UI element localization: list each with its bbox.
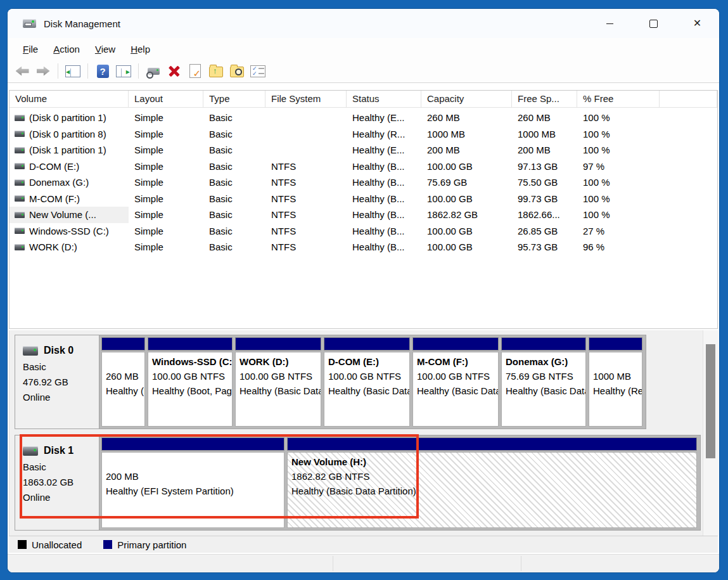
cell-type: Basic [203, 226, 265, 236]
minimize-button[interactable] [588, 9, 632, 38]
delete-volume-button[interactable] [166, 63, 182, 79]
partition-title: New Volume (H:) [291, 454, 696, 469]
volume-table-row[interactable]: M-COM (F:) Simple Basic NTFS Healthy (B.… [10, 191, 717, 207]
close-button[interactable]: ✕ [675, 9, 719, 38]
back-button[interactable] [14, 63, 30, 79]
volume-table-row[interactable]: New Volume (... Simple Basic NTFS Health… [10, 207, 717, 223]
partition-body: 260 MB Healthy (EFI System Partition) [101, 352, 145, 427]
delete-x-icon [169, 65, 180, 77]
volume-name: Donemax (G:) [29, 177, 89, 188]
partition[interactable]: 260 MB Healthy (EFI System Partition) [101, 337, 145, 427]
column-header-pct-free[interactable]: % Free [577, 91, 660, 107]
column-header-free-space[interactable]: Free Sp... [512, 91, 577, 107]
volume-name: (Disk 0 partition 8) [29, 129, 106, 139]
partition-body: M-COM (F:) 100.00 GB NTFS Healthy (Basic… [412, 352, 499, 427]
scrollbar-thumb[interactable] [706, 344, 715, 458]
column-header-volume[interactable]: Volume [10, 91, 129, 107]
volume-table-row[interactable]: (Disk 0 partition 8) Simple Basic Health… [10, 126, 717, 143]
volume-table-row[interactable]: D-COM (E:) Simple Basic NTFS Healthy (B.… [10, 158, 717, 175]
status-bar-divider [333, 556, 333, 571]
volume-list-header: Volume Layout Type File System Status Ca… [10, 91, 717, 108]
partition-type-band [101, 337, 145, 351]
disk-name: Disk 1 [44, 443, 73, 458]
volume-table-row[interactable]: Donemax (G:) Simple Basic NTFS Healthy (… [10, 174, 717, 191]
column-header-status[interactable]: Status [347, 91, 421, 107]
partition-body: Windows-SSD (C:) 100.00 GB NTFS Healthy … [148, 352, 233, 427]
cell-pct-free: 100 % [577, 129, 660, 139]
column-header-capacity[interactable]: Capacity [421, 91, 512, 107]
menu-view[interactable]: View [89, 41, 122, 57]
toolbar-separator [87, 63, 88, 79]
partition-title [106, 354, 144, 369]
cell-capacity: 200 MB [421, 145, 512, 155]
show-console-tree-button[interactable]: ◀ [65, 63, 81, 79]
forward-button[interactable] [35, 63, 51, 79]
disk-icon [23, 346, 38, 356]
vertical-scrollbar[interactable] [703, 330, 718, 536]
partition-status-line: Healthy (Basic Data Partition) [291, 484, 696, 498]
partition[interactable]: 200 MB Healthy (EFI System Partition) [101, 437, 284, 528]
toolbar-separator [58, 63, 58, 79]
cell-layout: Simple [129, 145, 203, 155]
export-button[interactable]: ↑ [208, 63, 224, 79]
cell-file-system: NTFS [265, 161, 347, 172]
volume-list-body: (Disk 0 partition 1) Simple Basic Health… [10, 108, 717, 255]
partition-size-line: 100.00 GB NTFS [328, 369, 409, 383]
disk-label[interactable]: Disk 1 Basic 1863.02 GB Online [15, 435, 99, 530]
column-header-type[interactable]: Type [203, 91, 265, 107]
volume-table-row[interactable]: WORK (D:) Simple Basic NTFS Healthy (B..… [10, 239, 717, 255]
column-header-file-system[interactable]: File System [265, 91, 347, 107]
partition-title [106, 454, 284, 469]
partition[interactable]: M-COM (F:) 100.00 GB NTFS Healthy (Basic… [412, 337, 499, 427]
cell-type: Basic [203, 112, 265, 123]
partition-status-line: Healthy (EFI System Partition) [106, 484, 284, 498]
volume-table-row[interactable]: Windows-SSD (C:) Simple Basic NTFS Healt… [10, 223, 717, 240]
menu-bar: File Action View Help [8, 38, 719, 60]
cell-pct-free: 100 % [577, 177, 660, 188]
cell-type: Basic [203, 145, 265, 155]
partition[interactable]: 1000 MB Healthy (Recovery Partition) [589, 337, 642, 427]
show-action-pane-button[interactable]: ▶ [115, 63, 132, 79]
find-button[interactable] [229, 63, 245, 79]
partition-status-line: Healthy (Basic Data Partition) [506, 383, 585, 398]
menu-file[interactable]: File [16, 41, 44, 57]
volume-drive-icon [15, 212, 25, 218]
rescan-disks-button[interactable] [145, 63, 162, 79]
partition-type-band [101, 437, 284, 451]
legend-unallocated-label: Unallocated [32, 539, 82, 550]
partition-size-line: 1000 MB [593, 369, 642, 383]
partition-body: WORK (D:) 100.00 GB NTFS Healthy (Basic … [235, 352, 321, 427]
partition[interactable]: Windows-SSD (C:) 100.00 GB NTFS Healthy … [148, 337, 233, 427]
partition[interactable]: New Volume (H:) 1862.82 GB NTFS Healthy … [287, 437, 697, 528]
partition-status-line: Healthy (EFI System Partition) [106, 383, 144, 398]
help-icon: ? [97, 65, 109, 78]
disk-label[interactable]: Disk 0 Basic 476.92 GB Online [15, 335, 99, 429]
cell-capacity: 1862.82 GB [421, 209, 512, 220]
partition-size-line: 1862.82 GB NTFS [291, 469, 696, 484]
partition-title: Windows-SSD (C:) [152, 354, 232, 369]
partition-type-band [324, 337, 410, 351]
mark-partition-button[interactable]: ✓ [187, 63, 203, 79]
column-header-layout[interactable]: Layout [129, 91, 203, 107]
volume-table-row[interactable]: (Disk 0 partition 1) Simple Basic Health… [10, 110, 717, 126]
partition[interactable]: D-COM (E:) 100.00 GB NTFS Healthy (Basic… [324, 337, 410, 427]
partition-body: 200 MB Healthy (EFI System Partition) [101, 452, 284, 528]
cell-free-space: 75.50 GB [512, 177, 577, 188]
cell-layout: Simple [129, 242, 203, 252]
cell-pct-free: 27 % [577, 226, 660, 236]
menu-action[interactable]: Action [47, 41, 86, 57]
cell-layout: Simple [129, 161, 203, 172]
cell-free-space: 1862.66... [512, 209, 577, 220]
help-button[interactable]: ? [94, 63, 111, 79]
partition[interactable]: Donemax (G:) 75.69 GB NTFS Healthy (Basi… [501, 337, 586, 427]
volume-name: D-COM (E:) [29, 161, 79, 172]
properties-button[interactable]: ✓ ✓ [250, 63, 266, 79]
volume-table-row[interactable]: (Disk 1 partition 1) Simple Basic Health… [10, 142, 717, 158]
menu-help[interactable]: Help [124, 41, 156, 57]
partition[interactable]: WORK (D:) 100.00 GB NTFS Healthy (Basic … [235, 337, 321, 427]
cell-status: Healthy (B... [347, 226, 421, 236]
cell-file-system: NTFS [265, 242, 347, 252]
disk-state: Online [23, 490, 99, 505]
maximize-button[interactable] [632, 9, 675, 38]
disk-kind: Basic [23, 460, 99, 475]
